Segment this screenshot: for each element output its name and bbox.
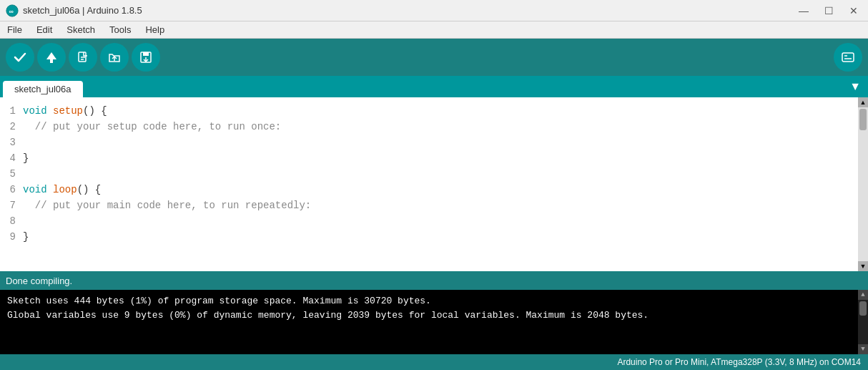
console-scrollbar[interactable]: ▲ ▼: [858, 290, 868, 354]
line-num-1: 1: [6, 103, 16, 119]
console-line-2: Global variables use 9 bytes (0%) of dyn…: [7, 308, 861, 323]
console-scroll-thumb[interactable]: [859, 301, 867, 316]
menu-tools[interactable]: Tools: [102, 23, 138, 36]
upload-icon: [44, 50, 59, 64]
serial-monitor-button[interactable]: [834, 43, 862, 72]
line-numbers: 1 2 3 4 5 6 7 8 9: [0, 97, 20, 271]
line-num-9: 9: [6, 229, 16, 245]
line-num-2: 2: [6, 119, 16, 135]
line-num-8: 8: [6, 213, 16, 229]
line-num-6: 6: [6, 182, 16, 198]
editor-inner: 1 2 3 4 5 6 7 8 9 void setup() { // put …: [0, 97, 858, 271]
tab-sketch[interactable]: sketch_jul06a: [3, 81, 83, 97]
new-icon: [76, 50, 90, 64]
svg-marker-2: [46, 52, 56, 59]
save-icon: [139, 50, 153, 64]
code-editor[interactable]: void setup() { // put your setup code he…: [20, 97, 858, 271]
line-num-5: 5: [6, 166, 16, 182]
console-line-1: Sketch uses 444 bytes (1%) of program st…: [7, 294, 861, 308]
svg-rect-3: [50, 59, 53, 63]
board-info: Arduino Pro or Pro Mini, ATmega328P (3.3…: [617, 357, 861, 367]
title-bar: ∞ sketch_jul06a | Arduino 1.8.5 — ☐ ✕: [0, 0, 868, 21]
scroll-down-arrow[interactable]: ▼: [858, 261, 868, 271]
tabs-dropdown-button[interactable]: ▼: [845, 79, 865, 94]
menu-file[interactable]: File: [0, 23, 29, 36]
title-text: sketch_jul06a | Arduino 1.8.5: [23, 5, 142, 16]
status-bar: Done compiling.: [0, 271, 868, 290]
upload-button[interactable]: [37, 43, 66, 72]
serial-monitor-icon: [841, 50, 855, 64]
minimize-button[interactable]: —: [794, 4, 813, 18]
save-button[interactable]: [132, 43, 160, 72]
svg-text:∞: ∞: [9, 7, 14, 14]
scroll-up-arrow[interactable]: ▲: [858, 97, 868, 107]
verify-button[interactable]: [6, 43, 34, 72]
editor-scrollbar[interactable]: ▲ ▼: [858, 97, 868, 271]
menu-edit[interactable]: Edit: [29, 23, 59, 36]
maximize-button[interactable]: ☐: [820, 4, 838, 18]
console-scroll-down[interactable]: ▼: [858, 344, 868, 354]
status-message: Done compiling.: [6, 276, 72, 286]
arduino-icon: ∞: [6, 4, 19, 17]
editor-area: 1 2 3 4 5 6 7 8 9 void setup() { // put …: [0, 97, 868, 271]
new-button[interactable]: [69, 43, 97, 72]
tabs-bar: sketch_jul06a ▼: [0, 76, 868, 97]
open-icon: [107, 50, 122, 64]
console-area: Sketch uses 444 bytes (1%) of program st…: [0, 290, 868, 354]
close-button[interactable]: ✕: [845, 4, 862, 18]
menu-bar: File Edit Sketch Tools Help: [0, 21, 868, 39]
svg-rect-10: [143, 52, 149, 56]
verify-icon: [13, 50, 27, 64]
svg-rect-11: [842, 53, 854, 62]
open-button[interactable]: [100, 43, 129, 72]
toolbar: [0, 39, 868, 76]
console-scroll-up[interactable]: ▲: [858, 290, 868, 300]
menu-help[interactable]: Help: [138, 23, 172, 36]
scroll-thumb[interactable]: [859, 109, 867, 130]
line-num-3: 3: [6, 135, 16, 150]
line-num-7: 7: [6, 198, 16, 213]
line-num-4: 4: [6, 150, 16, 166]
bottom-status: Arduino Pro or Pro Mini, ATmega328P (3.3…: [0, 354, 868, 370]
menu-sketch[interactable]: Sketch: [59, 23, 102, 36]
title-left: ∞ sketch_jul06a | Arduino 1.8.5: [6, 4, 142, 17]
title-controls: — ☐ ✕: [794, 4, 862, 18]
